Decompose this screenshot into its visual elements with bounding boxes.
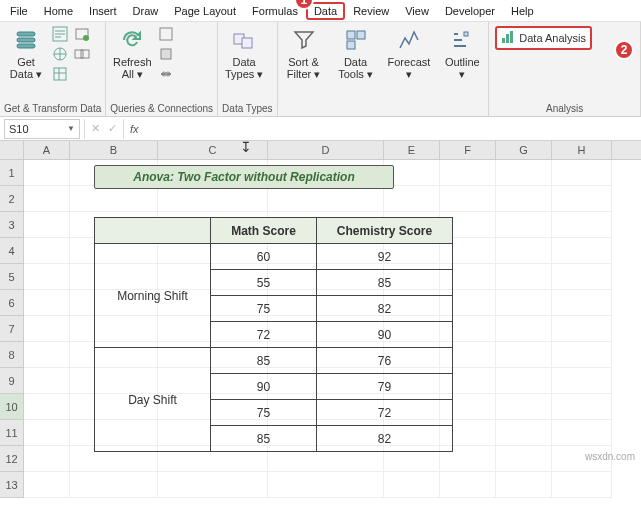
formula-bar: S10▼ ✕ ✓ fx bbox=[0, 117, 641, 141]
row-header[interactable]: 1 bbox=[0, 160, 24, 186]
edit-links-icon[interactable] bbox=[158, 66, 174, 82]
svg-rect-21 bbox=[506, 34, 509, 43]
group-outline: Outline ▾ bbox=[436, 22, 489, 116]
group-label-sortfilter-empty bbox=[282, 112, 326, 116]
tools-icon bbox=[342, 26, 370, 54]
table-cell[interactable]: 85 bbox=[317, 270, 453, 296]
table-cell[interactable]: 90 bbox=[317, 322, 453, 348]
refresh-all-button[interactable]: Refresh All ▾ bbox=[110, 24, 154, 83]
svg-rect-15 bbox=[242, 38, 252, 48]
refresh-icon bbox=[118, 26, 146, 54]
row-header[interactable]: 7 bbox=[0, 316, 24, 342]
table-cell[interactable]: 82 bbox=[317, 296, 453, 322]
table-cell[interactable]: 90 bbox=[211, 374, 317, 400]
table-cell[interactable]: 92 bbox=[317, 244, 453, 270]
data-types-button[interactable]: Data Types ▾ bbox=[222, 24, 266, 83]
col-header-f[interactable]: F bbox=[440, 141, 496, 159]
col-header-b[interactable]: B bbox=[70, 141, 158, 159]
svg-rect-19 bbox=[464, 32, 468, 36]
table-cell[interactable]: 82 bbox=[317, 426, 453, 452]
group-label-outline-empty bbox=[440, 112, 484, 116]
group-label-analysis: Analysis bbox=[493, 101, 636, 116]
tab-view[interactable]: View bbox=[397, 2, 437, 20]
table-cell[interactable]: 60 bbox=[211, 244, 317, 270]
cancel-icon[interactable]: ✕ bbox=[91, 122, 100, 135]
existing-connections-icon[interactable] bbox=[74, 46, 90, 62]
table-cell[interactable]: 79 bbox=[317, 374, 453, 400]
svg-rect-18 bbox=[347, 41, 355, 49]
table-header-math[interactable]: Math Score bbox=[211, 218, 317, 244]
svg-rect-9 bbox=[81, 50, 89, 58]
table-cell[interactable]: 85 bbox=[211, 426, 317, 452]
svg-rect-16 bbox=[347, 31, 355, 39]
properties-icon[interactable] bbox=[158, 46, 174, 62]
data-analysis-button[interactable]: Data Analysis bbox=[495, 26, 592, 50]
recent-sources-icon[interactable] bbox=[74, 26, 90, 42]
table-cell[interactable]: 75 bbox=[211, 400, 317, 426]
accept-icon[interactable]: ✓ bbox=[108, 122, 117, 135]
queries-icon[interactable] bbox=[158, 26, 174, 42]
table-title[interactable]: Anova: Two Factor without Replication bbox=[94, 165, 394, 189]
col-header-h[interactable]: H bbox=[552, 141, 612, 159]
tab-file[interactable]: File bbox=[2, 2, 36, 20]
svg-rect-1 bbox=[17, 38, 35, 42]
col-header-e[interactable]: E bbox=[384, 141, 440, 159]
row-header[interactable]: 11 bbox=[0, 420, 24, 446]
table-cell[interactable]: 76 bbox=[317, 348, 453, 374]
select-all-corner[interactable] bbox=[0, 141, 24, 159]
row-header[interactable]: 4 bbox=[0, 238, 24, 264]
chevron-down-icon[interactable]: ▼ bbox=[67, 124, 75, 133]
data-tools-button[interactable]: Data Tools ▾ bbox=[334, 24, 378, 83]
from-text-icon[interactable] bbox=[52, 26, 68, 42]
row-header[interactable]: 2 bbox=[0, 186, 24, 212]
row-header[interactable]: 9 bbox=[0, 368, 24, 394]
table-cell[interactable]: 85 bbox=[211, 348, 317, 374]
svg-point-7 bbox=[83, 35, 89, 41]
col-header-g[interactable]: G bbox=[496, 141, 552, 159]
fx-label[interactable]: fx bbox=[124, 123, 145, 135]
tab-draw[interactable]: Draw bbox=[125, 2, 167, 20]
col-header-d[interactable]: D bbox=[268, 141, 384, 159]
group-label-data-types: Data Types bbox=[222, 101, 272, 116]
table-cell[interactable]: 55 bbox=[211, 270, 317, 296]
tab-review[interactable]: Review bbox=[345, 2, 397, 20]
group-data-tools: Data Tools ▾ bbox=[330, 22, 382, 116]
from-table-icon[interactable] bbox=[52, 66, 68, 82]
formula-input[interactable] bbox=[145, 119, 641, 139]
table-header-chem[interactable]: Chemistry Score bbox=[317, 218, 453, 244]
svg-rect-10 bbox=[160, 28, 172, 40]
tab-help[interactable]: Help bbox=[503, 2, 542, 20]
group-get-transform: Get Data ▾ Get & Transform Data bbox=[0, 22, 106, 116]
table-cell[interactable]: 72 bbox=[317, 400, 453, 426]
ribbon: Get Data ▾ Get & Transform Data Refresh … bbox=[0, 22, 641, 117]
tab-home[interactable]: Home bbox=[36, 2, 81, 20]
tab-page-layout[interactable]: Page Layout bbox=[166, 2, 244, 20]
col-header-c[interactable]: C bbox=[158, 141, 268, 159]
row-header[interactable]: 12 bbox=[0, 446, 24, 472]
group-label-queries: Queries & Connections bbox=[110, 101, 213, 116]
table-cell[interactable]: 75 bbox=[211, 296, 317, 322]
database-icon bbox=[12, 26, 40, 54]
get-data-button[interactable]: Get Data ▾ bbox=[4, 24, 48, 83]
row-header[interactable]: 3 bbox=[0, 212, 24, 238]
shift-label-morning[interactable]: Morning Shift bbox=[95, 244, 211, 348]
data-types-icon bbox=[230, 26, 258, 54]
forecast-button[interactable]: Forecast ▾ bbox=[386, 24, 433, 83]
group-data-types: Data Types ▾ Data Types bbox=[218, 22, 277, 116]
row-header[interactable]: 13 bbox=[0, 472, 24, 498]
tab-insert[interactable]: Insert bbox=[81, 2, 125, 20]
row-header[interactable]: 5 bbox=[0, 264, 24, 290]
sort-filter-button[interactable]: Sort & Filter ▾ bbox=[282, 24, 326, 83]
outline-button[interactable]: Outline ▾ bbox=[440, 24, 484, 83]
name-box[interactable]: S10▼ bbox=[4, 119, 80, 139]
shift-label-day[interactable]: Day Shift bbox=[95, 348, 211, 452]
table-cell[interactable]: 72 bbox=[211, 322, 317, 348]
tab-data[interactable]: Data 1 bbox=[306, 2, 345, 20]
tab-developer[interactable]: Developer bbox=[437, 2, 503, 20]
col-header-a[interactable]: A bbox=[24, 141, 70, 159]
row-header[interactable]: 8 bbox=[0, 342, 24, 368]
table-header-blank[interactable] bbox=[95, 218, 211, 244]
row-header[interactable]: 6 bbox=[0, 290, 24, 316]
from-web-icon[interactable] bbox=[52, 46, 68, 62]
row-header[interactable]: 10 bbox=[0, 394, 24, 420]
